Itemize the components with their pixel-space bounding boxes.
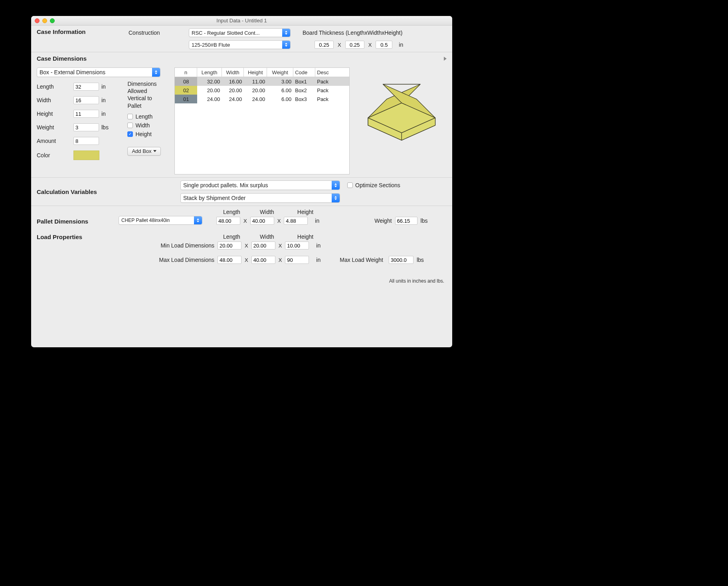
unit-in: in [315,218,319,224]
board-thickness-label: Board Thickness (LengthxWidthxHeight) [303,30,402,36]
box-table[interactable]: n Length Width Height Weight Code Desc 0… [174,67,350,174]
max-load-weight[interactable] [389,256,413,264]
mix-value: Single product pallets. Mix surplus [183,182,268,188]
x-sep: X [338,42,341,48]
col-height: Height [287,209,324,215]
optimize-label: Optimize Sections [355,182,400,188]
mix-select[interactable]: Single product pallets. Mix surplus [180,180,340,190]
board-thickness-height[interactable] [376,41,392,49]
construction-value: RSC - Regular Slotted Cont... [192,30,260,36]
col-length: Length [216,234,247,240]
chevron-down-icon [282,41,290,49]
chevron-down-icon [194,216,202,224]
chevron-down-icon [282,29,290,37]
max-weight-label: Max Load Weight [340,257,383,263]
x-sep: X [245,257,248,263]
allow-height-label: Height [135,131,151,137]
box-preview-icon [357,67,447,153]
pallet-width[interactable] [250,217,274,225]
col-height: Height [287,234,324,240]
board-thickness-width[interactable] [345,41,364,49]
max-load-width[interactable] [251,256,275,264]
amount-input[interactable] [73,137,99,145]
window-title: Input Data - Untitled 1 [31,18,452,24]
unit-in: in [101,111,111,117]
unit-in: in [101,83,111,90]
max-load-label: Max Load Dimensions [138,257,214,263]
case-dimensions-heading: Case Dimensions [37,55,444,62]
allow-width-label: Width [135,122,150,129]
height-label: Height [37,111,73,117]
pallet-weight-label: Weight [374,218,392,224]
length-label: Length [37,83,73,90]
width-label: Width [37,97,73,103]
min-load-width[interactable] [251,242,275,249]
allow-length-checkbox[interactable]: Length [127,113,167,120]
color-swatch[interactable] [73,150,99,160]
min-load-height[interactable] [285,242,309,249]
allow-length-label: Length [135,113,152,120]
unit-lbs: lbs [417,257,424,263]
max-load-height[interactable] [285,256,309,264]
height-input[interactable] [73,110,99,118]
case-info-heading: Case Information [37,28,129,35]
min-load-label: Min Load Dimensions [138,242,214,249]
board-thickness-length[interactable] [315,41,334,49]
pallet-weight[interactable] [395,217,417,225]
unit-in: in [399,42,403,48]
allowed-vertical-label: Dimensions Allowed Vertical to Pallet [127,80,167,109]
x-sep: X [245,243,248,249]
chevron-down-icon [332,181,340,190]
col-width: Width [247,234,287,240]
units-note: All units in inches and lbs. [37,278,444,284]
amount-label: Amount [37,138,73,144]
disclosure-icon[interactable] [444,57,447,61]
optimize-sections-checkbox[interactable]: Optimize Sections [347,182,400,188]
x-sep: X [279,257,282,263]
pallet-type-select[interactable]: CHEP Pallet 48inx40in [119,216,202,225]
titlebar: Input Data - Untitled 1 [31,16,452,26]
dim-basis-select[interactable]: Box - External Dimensions [37,67,160,77]
unit-lbs: lbs [421,218,428,224]
construction-label: Construction [129,30,182,36]
calc-vars-heading: Calculation Variables [37,188,180,195]
color-label: Color [37,152,73,158]
max-load-length[interactable] [218,256,241,264]
length-input[interactable] [73,83,99,91]
allow-height-checkbox[interactable]: ✓Height [127,131,167,137]
unit-in: in [316,242,320,249]
weight-label: Weight [37,124,73,131]
table-row[interactable]: 0220.0020.0020.006.00Box2Pack [175,86,349,95]
table-row[interactable]: 0124.0024.0024.006.00Box3Pack [175,95,349,103]
flute-value: 125-250#B Flute [192,42,230,48]
stack-value: Stack by Shipment Order [183,195,245,201]
table-header: n Length Width Height Weight Code Desc [175,68,349,77]
pallet-height[interactable] [284,217,308,225]
weight-input[interactable] [73,123,99,131]
pallet-type-value: CHEP Pallet 48inx40in [121,218,170,223]
construction-select[interactable]: RSC - Regular Slotted Cont... [189,28,291,37]
pallet-heading: Pallet Dimensions [37,218,119,225]
chevron-down-icon [152,68,160,77]
table-row[interactable]: 0832.0016.0011.003.00Box1Pack [175,77,349,86]
x-sep: X [277,218,281,224]
x-sep: X [368,42,372,48]
add-box-button[interactable]: Add Box [127,147,160,156]
flute-select[interactable]: 125-250#B Flute [189,40,291,49]
dim-basis-value: Box - External Dimensions [40,69,105,75]
app-window: Input Data - Untitled 1 Case Information… [31,16,452,347]
width-input[interactable] [73,96,99,104]
chevron-down-icon [332,194,340,202]
load-heading: Load Properties [37,234,138,240]
x-sep: X [243,218,247,224]
unit-lbs: lbs [101,124,111,131]
stack-select[interactable]: Stack by Shipment Order [180,193,340,203]
allow-width-checkbox[interactable]: Width [127,122,167,129]
x-sep: X [279,243,282,249]
min-load-length[interactable] [218,242,241,249]
col-width: Width [247,209,287,215]
unit-in: in [316,257,320,263]
caret-down-icon [153,150,156,152]
pallet-length[interactable] [216,217,240,225]
col-length: Length [216,209,247,215]
